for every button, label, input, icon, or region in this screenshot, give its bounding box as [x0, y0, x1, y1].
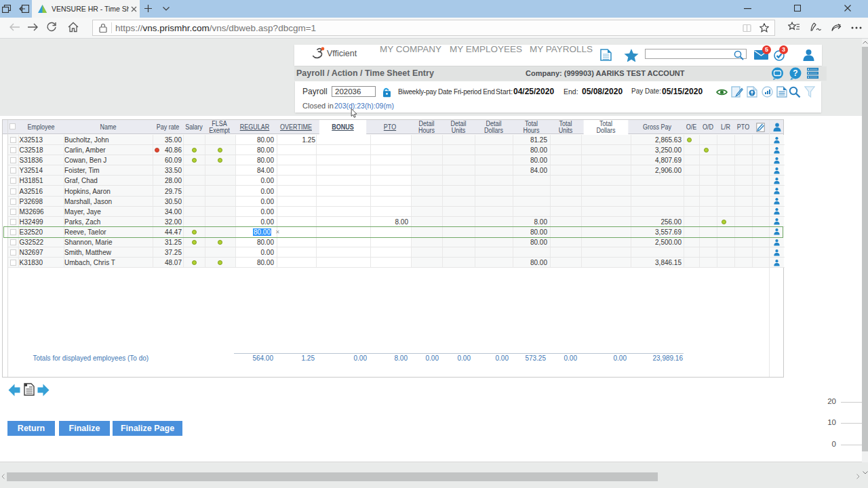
- svg-text:?: ?: [793, 68, 797, 78]
